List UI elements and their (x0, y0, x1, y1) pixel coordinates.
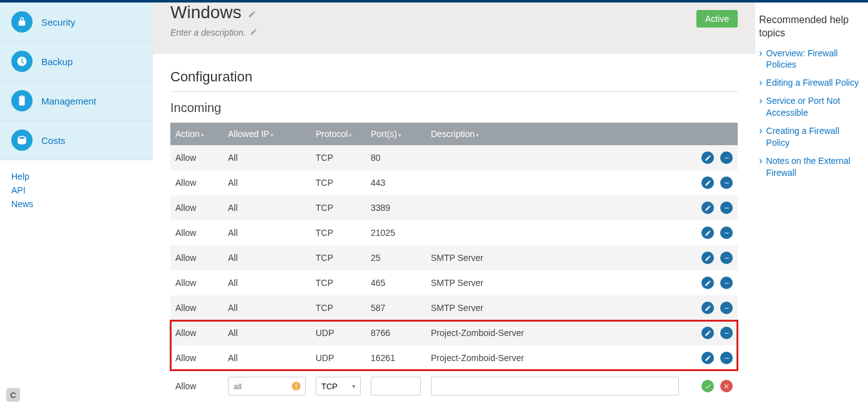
cell-protocol: TCP (311, 220, 366, 245)
cell-ports: 80 (366, 145, 426, 170)
help-topic-link[interactable]: Service or Port Not Accessible (766, 95, 862, 119)
edit-rule-button[interactable] (701, 227, 714, 239)
link-help[interactable]: Help (11, 171, 142, 181)
cell-action: Allow (170, 245, 223, 270)
cell-protocol: TCP (311, 295, 366, 320)
clock-icon (11, 51, 33, 72)
edit-description-icon[interactable] (250, 28, 257, 38)
edit-rule-button[interactable] (701, 302, 714, 314)
cell-action: Allow (170, 345, 223, 370)
sidebar-item-security[interactable]: Security (0, 3, 153, 42)
sidebar-item-costs[interactable]: Costs (0, 121, 153, 160)
delete-rule-button[interactable] (720, 252, 733, 264)
sidebar-item-backup[interactable]: Backup (0, 42, 153, 81)
new-rule-action: Allow (170, 370, 223, 402)
help-topic-item: Overview: Firewall Policies (759, 48, 862, 71)
subsection-incoming: Incoming (170, 101, 738, 115)
cell-protocol: TCP (311, 170, 366, 195)
table-row: AllowAllTCP587SMTP Server (170, 295, 738, 320)
th-allowed-ip[interactable]: Allowed IP▾ (223, 123, 311, 145)
confirm-add-rule-button[interactable] (701, 380, 714, 392)
sort-caret-icon: ▾ (398, 132, 401, 138)
help-topic-item: Editing a Firewall Policy (759, 77, 862, 89)
delete-rule-button[interactable] (720, 277, 733, 289)
status-badge[interactable]: Active (696, 10, 738, 28)
edit-rule-button[interactable] (701, 277, 714, 289)
edit-title-icon[interactable] (248, 10, 256, 20)
cell-description (426, 170, 684, 195)
delete-rule-button[interactable] (720, 151, 733, 164)
sidebar-secondary-links: Help API News (0, 160, 153, 220)
table-row: AllowAllUDP16261Project-Zomboid-Server (170, 345, 738, 370)
edit-rule-button[interactable] (701, 151, 714, 164)
page-header: Windows Enter a description. Active (153, 3, 755, 54)
new-rule-ports-input[interactable] (371, 377, 421, 395)
sidebar-item-label: Backup (41, 56, 73, 67)
cancel-add-rule-button[interactable] (720, 380, 733, 392)
th-protocol[interactable]: Protocol▾ (311, 123, 366, 145)
lock-icon (11, 11, 33, 33)
th-ports[interactable]: Port(s)▾ (366, 123, 426, 145)
cell-action: Allow (170, 195, 223, 220)
cell-description: SMTP Server (426, 270, 684, 295)
cell-ip: All (223, 345, 311, 370)
edit-rule-button[interactable] (701, 352, 714, 364)
table-row: AllowAllTCP21025 (170, 220, 738, 245)
warning-icon: ! (292, 382, 301, 390)
sort-caret-icon: ▾ (476, 132, 479, 138)
chat-icon[interactable]: C (6, 388, 20, 402)
link-news[interactable]: News (11, 199, 142, 209)
delete-rule-button[interactable] (720, 327, 733, 339)
cell-description: Project-Zomboid-Server (426, 345, 684, 370)
cell-ports: 587 (366, 295, 426, 320)
help-panel: Recommended help topics Overview: Firewa… (755, 3, 868, 408)
cell-protocol: TCP (311, 145, 366, 170)
page-description-placeholder: Enter a description. (170, 28, 246, 38)
cell-ports: 25 (366, 245, 426, 270)
delete-rule-button[interactable] (720, 176, 733, 189)
link-api[interactable]: API (11, 185, 142, 195)
help-topic-link[interactable]: Notes on the External Firewall (766, 155, 862, 179)
help-topic-link[interactable]: Overview: Firewall Policies (766, 48, 862, 71)
cell-ip: All (223, 145, 311, 170)
new-rule-protocol-select[interactable]: TCP (316, 377, 361, 395)
cell-ports: 21025 (366, 220, 426, 245)
sidebar-item-label: Security (41, 17, 75, 28)
sort-caret-icon: ▾ (349, 132, 352, 138)
cell-action: Allow (170, 145, 223, 170)
cell-ip: All (223, 270, 311, 295)
page-title: Windows (170, 3, 242, 23)
table-row: AllowAllTCP443 (170, 170, 738, 195)
cell-ip: All (223, 320, 311, 345)
table-row: AllowAllTCP25SMTP Server (170, 245, 738, 270)
new-rule-description-input[interactable] (431, 377, 679, 395)
cell-description (426, 195, 684, 220)
th-action[interactable]: Action▾ (170, 123, 223, 145)
help-topic-item: Service or Port Not Accessible (759, 95, 862, 119)
delete-rule-button[interactable] (720, 302, 733, 314)
coins-icon (11, 130, 33, 151)
delete-rule-button[interactable] (720, 227, 733, 239)
delete-rule-button[interactable] (720, 352, 733, 364)
sidebar-item-management[interactable]: Management (0, 81, 153, 121)
edit-rule-button[interactable] (701, 252, 714, 264)
cell-action: Allow (170, 270, 223, 295)
cell-action: Allow (170, 170, 223, 195)
cell-protocol: TCP (311, 195, 366, 220)
table-row: AllowAllTCP3389 (170, 195, 738, 220)
edit-rule-button[interactable] (701, 327, 714, 339)
help-topic-link[interactable]: Creating a Firewall Policy (766, 125, 862, 149)
delete-rule-button[interactable] (720, 201, 733, 214)
cell-protocol: TCP (311, 245, 366, 270)
new-rule-row: Allow ! TCP (170, 370, 738, 402)
edit-rule-button[interactable] (701, 176, 714, 189)
help-topic-item: Notes on the External Firewall (759, 155, 862, 179)
help-topic-link[interactable]: Editing a Firewall Policy (766, 77, 859, 89)
th-description[interactable]: Description▾ (426, 123, 684, 145)
cell-ports: 3389 (366, 195, 426, 220)
cell-description (426, 220, 684, 245)
cell-description: SMTP Server (426, 295, 684, 320)
edit-rule-button[interactable] (701, 201, 714, 214)
cell-protocol: TCP (311, 270, 366, 295)
cell-ports: 443 (366, 170, 426, 195)
